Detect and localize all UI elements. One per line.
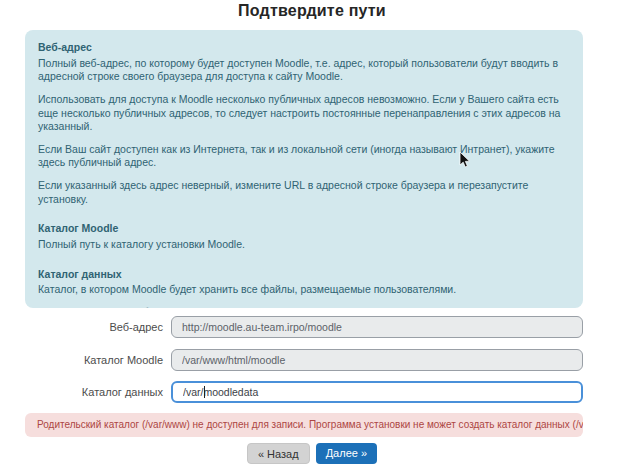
web-address-input-wrap xyxy=(171,316,583,338)
info-paragraph: Если указанный здесь адрес неверный, изм… xyxy=(38,179,570,206)
data-dir-input-wrap xyxy=(171,381,583,403)
info-heading-data-dir: Каталог данных xyxy=(38,268,570,282)
moodle-installer-page: Подтвердите пути Веб-адрес Полный веб-ад… xyxy=(0,0,624,466)
paths-info-box: Веб-адрес Полный веб-адрес, по которому … xyxy=(25,30,583,308)
back-button[interactable]: « Назад xyxy=(247,443,310,464)
info-paragraph: Полный путь к каталогу установки Moodle. xyxy=(38,238,570,252)
data-dir-row: Каталог данных xyxy=(0,381,624,403)
moodle-dir-input-wrap xyxy=(171,349,583,371)
info-section-web-address: Веб-адрес Полный веб-адрес, по которому … xyxy=(38,41,570,206)
moodle-dir-input[interactable] xyxy=(171,349,583,371)
info-paragraph: Если Ваш сайт доступен как из Интернета,… xyxy=(38,143,570,170)
data-dir-label: Каталог данных xyxy=(0,386,163,398)
next-button[interactable]: Далее » xyxy=(316,443,377,464)
web-address-row: Веб-адрес xyxy=(0,316,624,338)
moodle-dir-row: Каталог Moodle xyxy=(0,349,624,371)
info-section-data-dir: Каталог данных Каталог, в котором Moodle… xyxy=(38,268,570,308)
info-paragraph: Каталог, в котором Moodle будет хранить … xyxy=(38,283,570,297)
text-caret xyxy=(204,386,205,398)
info-heading-moodle-dir: Каталог Moodle xyxy=(38,222,570,236)
web-address-label: Веб-адрес xyxy=(0,321,163,333)
info-section-moodle-dir: Каталог Moodle Полный путь к каталогу ус… xyxy=(38,222,570,251)
error-alert: Родительский каталог (/var/www) не досту… xyxy=(25,413,583,437)
data-dir-input[interactable] xyxy=(171,381,583,403)
wizard-button-row: « Назад Далее » xyxy=(0,443,624,464)
moodle-dir-label: Каталог Moodle xyxy=(0,354,163,366)
info-paragraph: Этот каталог должен быть доступен для чт… xyxy=(38,306,570,308)
page-title: Подтвердите пути xyxy=(0,2,624,20)
info-paragraph: Полный веб-адрес, по которому будет дост… xyxy=(38,57,570,84)
info-paragraph: Использовать для доступа к Moodle нескол… xyxy=(38,93,570,134)
web-address-input[interactable] xyxy=(171,316,583,338)
info-heading-web-address: Веб-адрес xyxy=(38,41,570,55)
